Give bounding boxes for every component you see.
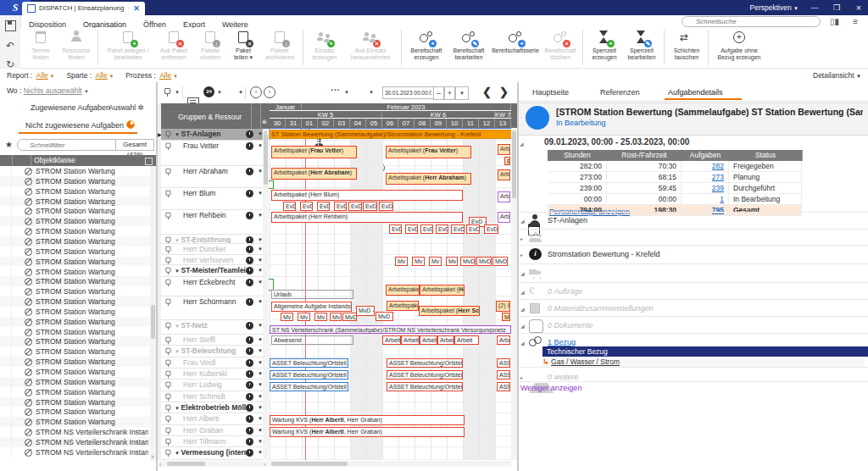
section-expand-icon[interactable]: ▸ (520, 374, 523, 380)
task-row[interactable]: STROM Station Wartung (0, 247, 150, 257)
ribbon-button-bereitschaft-erzeugen[interactable]: +Bereitschafterzeugen (405, 29, 448, 67)
gantt-bar[interactable]: Arbeit (382, 335, 401, 345)
gantt-bar[interactable]: EvD - (363, 202, 377, 211)
pin-icon[interactable] (164, 347, 172, 356)
gantt-bar[interactable]: EvD - (379, 202, 393, 211)
task-row[interactable]: STROM Station Wartung (0, 397, 150, 407)
pin-icon[interactable] (164, 168, 172, 176)
pin-icon[interactable] (164, 381, 172, 390)
timeline-week[interactable]: KW 5 (270, 111, 382, 118)
group-collapse-icon[interactable]: ▼ (175, 132, 181, 137)
aufgaben-count-link[interactable]: 795 (712, 206, 724, 214)
gantt-bar[interactable]: EvD (466, 224, 480, 234)
gantt-bar[interactable]: Abwesend (271, 335, 353, 345)
resource-scrollbar[interactable] (263, 129, 269, 460)
task-row[interactable]: STROM NS Verteilerschrank Instandsetzung (0, 437, 150, 447)
section-collapse-icon[interactable]: ◢ (520, 323, 525, 329)
gantt-bar[interactable]: ST Station Bewertung (Sammelaufgabe)/Str… (270, 130, 511, 139)
gantt-bar[interactable]: EvD (348, 202, 362, 211)
task-row[interactable]: STROM Station Wartung (0, 327, 150, 337)
pin-icon[interactable] (164, 267, 172, 275)
timeline-week[interactable]: KW 7 (495, 111, 511, 118)
clock-icon[interactable] (246, 393, 253, 401)
timeline-day[interactable]: 12 (479, 119, 495, 128)
menu-icon[interactable]: ≡ (853, 17, 858, 26)
pin-icon[interactable] (164, 246, 172, 254)
gantt-bar[interactable]: ASSET Beleuchtung/Ortsteil ---/Beleu (387, 382, 463, 391)
timeline-day[interactable]: 31 (286, 119, 302, 128)
task-row[interactable]: STROM Station Wartung (0, 317, 150, 327)
pin-icon[interactable] (164, 298, 172, 307)
gantt-bar[interactable]: MvD - (460, 257, 476, 266)
quick-search-input[interactable] (682, 16, 821, 27)
gantt-bar[interactable]: MvD - (476, 257, 492, 266)
auswahl-button[interactable]: Auswahl ✲ (108, 103, 144, 112)
gantt-bar[interactable]: Arbeit (498, 144, 510, 155)
app-tab[interactable]: DISPATCH | Einsatzplanung · ✕ (22, 2, 145, 15)
ribbon-button-termin-finden[interactable]: Terminfinden (24, 29, 58, 67)
column-options-icon[interactable] (145, 158, 153, 165)
timeline-day[interactable]: 08 (415, 119, 431, 128)
timeline-day[interactable]: 11 (463, 119, 479, 128)
filter-sparte[interactable]: Sparte : Alle ▼ (66, 71, 114, 80)
next-circle-icon[interactable]: › (264, 86, 275, 98)
gantt-bar[interactable]: Arbeit (497, 335, 510, 345)
pin-icon[interactable] (164, 190, 172, 198)
aufgaben-count-link[interactable]: 282 (712, 162, 724, 170)
gas-wasser-strom-link[interactable]: Gas / Wasser / Strom (551, 357, 620, 366)
close-button[interactable]: × (853, 3, 865, 13)
caret-icon[interactable]: ▼ (175, 90, 180, 95)
gantt-bar[interactable]: ST NS Verteilerschrank (Sammelaufgabe)/S… (270, 325, 511, 334)
section-expand-icon[interactable]: ▸ (520, 252, 523, 258)
gantt-bar[interactable]: MvD - (376, 312, 393, 321)
undo-icon[interactable]: ↶ (0, 36, 20, 55)
clock-icon[interactable] (246, 347, 253, 355)
gantt-bar[interactable]: EvD (436, 224, 448, 234)
resource-row-herr-alberti[interactable]: Herr Alberti▼ (161, 413, 270, 425)
prev-circle-icon[interactable]: ‹ (250, 86, 262, 98)
section-collapse-icon[interactable]: ◢ (520, 306, 525, 312)
ribbon-button-paket-anlegen-bearbeiten[interactable]: +Paket anlegen /bearbeiten (102, 29, 154, 67)
clock24-icon[interactable]: 24 (203, 86, 214, 97)
section-collapse-icon[interactable]: ◢ (520, 270, 525, 276)
task-row[interactable]: STROM Station Wartung (0, 226, 150, 236)
clock-icon[interactable] (246, 257, 253, 264)
pin-icon[interactable] (164, 257, 172, 265)
task-row[interactable]: STROM Station Wartung (0, 236, 150, 247)
gantt-bar[interactable]: Mv (429, 257, 442, 266)
clock-icon[interactable] (246, 370, 253, 378)
gantt-bar[interactable]: Arbeitspaket (H (386, 285, 420, 296)
pin-icon[interactable] (164, 393, 172, 402)
zoom-dropdown[interactable]: ▼ (455, 86, 469, 100)
gantt-bar[interactable]: Arbeitspaket (Herr Rehbein) (271, 212, 463, 223)
pin-icon[interactable] (164, 404, 172, 413)
gantt-bar[interactable]: ASSET (497, 370, 510, 380)
gantt-bar[interactable]: ASSET Beleuchtung/Ortsteil ---/Beleu (270, 382, 348, 391)
gantt-bar[interactable]: ASSET Beleuchtung/Ortsteil ---/Beleu (387, 358, 463, 368)
pin-icon[interactable] (164, 427, 172, 435)
gantt-bar[interactable]: Arbeit (454, 335, 479, 345)
pin-icon[interactable] (164, 130, 172, 139)
pin-icon[interactable] (164, 336, 172, 345)
timeline-day[interactable]: 02 (318, 119, 334, 128)
task-list-scrollbar[interactable]: ˅ (150, 166, 156, 461)
total-count-button[interactable]: Gesamt (429) (115, 139, 154, 151)
resource-row-herr-verhoeven[interactable]: Herr Verhoeven▼ (161, 255, 270, 265)
favorites-star-icon[interactable]: ★ (5, 140, 13, 149)
gantt-bar[interactable] (268, 279, 274, 291)
gantt-bar[interactable]: Arbeit (498, 191, 510, 202)
gantt-bar[interactable]: Arbeitspaket (Herr Blum) (271, 190, 463, 201)
resource-row-frau-veidl[interactable]: Frau Veidl▼ (161, 357, 270, 368)
task-row[interactable]: STROM Station Wartung (0, 206, 150, 216)
date-expander-icon[interactable]: ◢ (520, 141, 524, 147)
pin-icon[interactable] (164, 359, 172, 368)
pin-icon[interactable] (164, 438, 172, 446)
pin-icon[interactable] (164, 322, 172, 330)
resource-row-herr-blum[interactable]: Herr Blum▼ (161, 188, 270, 210)
gantt-bar[interactable]: Arbeitspaket (Herr Abraham) (271, 168, 357, 180)
details-tab-referenzen[interactable]: Referenzen (600, 88, 640, 97)
resource-hscrollbar[interactable] (159, 461, 269, 467)
ribbon-button-pakete-clustern[interactable]: ↓Paketeclustern (193, 29, 227, 67)
gantt-bar[interactable]: Mv (330, 313, 342, 321)
pin-icon[interactable] (164, 279, 172, 287)
